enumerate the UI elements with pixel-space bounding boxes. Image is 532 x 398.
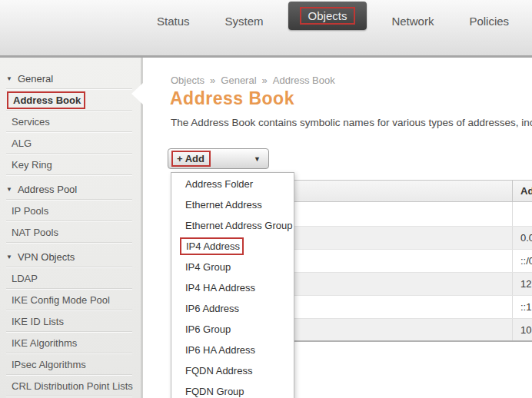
annotation-highlight: IP4 Address <box>180 237 244 255</box>
address-cell <box>512 202 532 226</box>
triangle-expanded-icon: ▼ <box>6 254 12 260</box>
sidebar-section-address-pool[interactable]: ▼ Address Pool <box>0 178 141 200</box>
sidebar-section-general[interactable]: ▼ General <box>0 68 141 89</box>
sidebar-section-label: General <box>18 73 53 85</box>
sidebar-item-ike-algorithms[interactable]: IKE Algorithms <box>0 332 141 353</box>
nav-tab-objects-label: Objects <box>308 9 347 22</box>
page-description: The Address Book contains symbolic names… <box>171 117 532 128</box>
triangle-expanded-icon: ▼ <box>6 75 12 82</box>
sidebar-section-vpn-objects[interactable]: ▼ VPN Objects <box>0 246 141 267</box>
address-cell: ::/0 <box>512 250 532 272</box>
nav-tab-status[interactable]: Status <box>146 10 201 32</box>
address-cell: 127. <box>512 273 532 295</box>
menu-item-ip4-ha-address[interactable]: IP4 HA Address <box>171 277 294 298</box>
menu-item-fqdn-address[interactable]: FQDN Address <box>171 360 294 381</box>
address-cell: 0.0.0 <box>512 227 532 249</box>
sidebar-item-key-ring[interactable]: Key Ring <box>0 154 141 175</box>
annotation-highlight: + Add <box>171 151 211 167</box>
breadcrumb-address-book[interactable]: Address Book <box>273 75 335 86</box>
menu-item-ip4-group[interactable]: IP4 Group <box>171 257 294 277</box>
caret-down-icon: ▼ <box>254 155 261 163</box>
sidebar-item-ike-config-mode-pool[interactable]: IKE Config Mode Pool <box>0 289 141 310</box>
annotation-highlight: Objects <box>300 7 356 25</box>
sidebar-item-label: Address Book <box>13 95 81 106</box>
sidebar-item-ipsec-algorithms[interactable]: IPsec Algorithms <box>0 353 141 375</box>
sidebar-section-label: VPN Objects <box>18 251 75 263</box>
address-cell: ::1 ( <box>512 296 532 318</box>
main-content: Objects»General»Address Book Address Boo… <box>143 58 532 398</box>
add-button-label: + Add <box>177 153 204 164</box>
nav-tab-system[interactable]: System <box>214 10 274 32</box>
sidebar: ▼ General Address Book Services ALG Key … <box>0 58 143 398</box>
breadcrumb: Objects»General»Address Book <box>171 75 335 86</box>
menu-item-address-folder[interactable]: Address Folder <box>171 174 294 194</box>
menu-item-label: IP4 Address <box>186 240 240 252</box>
top-navigation-bar: Status System Objects Network Policies <box>0 0 532 58</box>
sidebar-item-ldap[interactable]: LDAP <box>0 267 141 289</box>
menu-item-ip6-ha-address[interactable]: IP6 HA Address <box>171 340 294 360</box>
sidebar-item-alg[interactable]: ALG <box>0 132 141 154</box>
menu-item-ethernet-address-group[interactable]: Ethernet Address Group <box>171 215 294 236</box>
menu-item-ethernet-address[interactable]: Ethernet Address <box>171 194 294 215</box>
selected-item-arrow <box>131 83 143 104</box>
table-header-address: Ad <box>512 181 532 201</box>
breadcrumb-objects[interactable]: Objects <box>171 75 204 86</box>
address-cell: 10.1 <box>512 319 532 340</box>
menu-item-ip6-group[interactable]: IP6 Group <box>171 319 294 340</box>
menu-item-ip4-address[interactable]: IP4 Address <box>171 236 294 257</box>
sidebar-item-ike-id-lists[interactable]: IKE ID Lists <box>0 310 141 332</box>
breadcrumb-general[interactable]: General <box>221 75 256 86</box>
menu-item-ip6-address[interactable]: IP6 Address <box>171 298 294 319</box>
breadcrumb-separator: » <box>262 75 268 86</box>
add-button[interactable]: + Add ▼ <box>168 148 269 169</box>
annotation-highlight: Address Book <box>7 91 85 109</box>
sidebar-item-ip-pools[interactable]: IP Pools <box>0 200 141 221</box>
nav-tab-network[interactable]: Network <box>381 10 444 32</box>
menu-item-fqdn-group[interactable]: FQDN Group <box>171 381 294 398</box>
page-title: Address Book <box>170 88 294 109</box>
sidebar-item-nat-pools[interactable]: NAT Pools <box>0 221 141 243</box>
sidebar-item-address-book[interactable]: Address Book <box>0 89 141 111</box>
triangle-expanded-icon: ▼ <box>6 186 12 193</box>
nav-tab-policies[interactable]: Policies <box>458 10 520 32</box>
nav-tab-objects[interactable]: Objects <box>288 2 367 30</box>
add-dropdown-menu: Address Folder Ethernet Address Ethernet… <box>171 172 294 398</box>
sidebar-item-crl-distribution-point-lists[interactable]: CRL Distribution Point Lists <box>0 375 141 396</box>
breadcrumb-separator: » <box>210 75 215 86</box>
sidebar-section-label: Address Pool <box>18 184 77 195</box>
sidebar-item-services[interactable]: Services <box>0 111 141 132</box>
